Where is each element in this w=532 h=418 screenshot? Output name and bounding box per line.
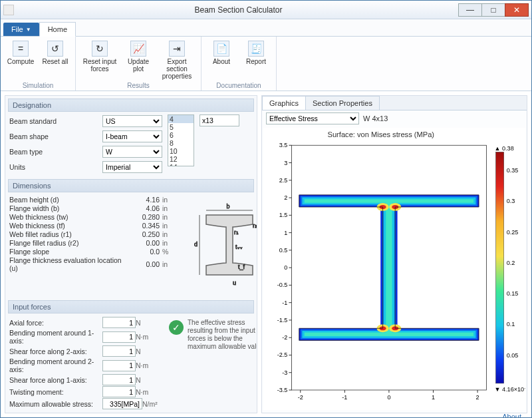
svg-text:-3: -3	[282, 369, 287, 376]
titlebar: Beam Section Calculator — □ ✕	[1, 1, 531, 19]
svg-text:-2.5: -2.5	[277, 351, 288, 358]
beam-type-select[interactable]: W	[102, 146, 162, 158]
max-stress-input[interactable]	[102, 398, 142, 409]
svg-text:-3.5: -3.5	[277, 387, 288, 393]
axial-force-input[interactable]	[102, 317, 136, 328]
reset-forces-icon: ↻	[92, 41, 108, 57]
check-ok-icon: ✓	[169, 320, 184, 335]
about-button[interactable]: 📄About	[205, 39, 237, 67]
svg-text:0: 0	[387, 394, 390, 401]
svg-text:1: 1	[432, 394, 435, 401]
svg-text:▲ 0.38: ▲ 0.38	[495, 145, 514, 152]
forces-head: Input forces	[8, 300, 254, 314]
beam-shape-select[interactable]: I-beam	[102, 130, 162, 142]
shear1-input[interactable]	[102, 374, 136, 385]
svg-text:2: 2	[284, 194, 287, 201]
svg-text:t_f: t_f	[238, 264, 245, 270]
designation-label: W 4x13	[363, 114, 388, 122]
chevron-down-icon: ▼	[26, 27, 31, 33]
plot-icon: 📈	[130, 41, 146, 57]
svg-text:▼ 4.16×10⁻³: ▼ 4.16×10⁻³	[495, 386, 525, 393]
window-title: Beam Section Calculator	[18, 5, 459, 15]
stress-plot: Surface: von Mises stress (MPa)-2-1012-3…	[263, 128, 525, 410]
svg-text:-2: -2	[298, 394, 303, 401]
shear2-input[interactable]	[102, 345, 136, 357]
svg-text:0.35: 0.35	[507, 167, 519, 174]
svg-rect-59	[496, 152, 504, 383]
maximize-button[interactable]: □	[481, 3, 505, 17]
svg-text:r₂: r₂	[253, 222, 257, 229]
svg-text:d: d	[194, 241, 198, 248]
svg-text:2.5: 2.5	[279, 177, 288, 184]
file-menu[interactable]: File▼	[3, 23, 39, 36]
size-listbox[interactable]: 4 5 6 8 10 12 14	[168, 114, 194, 166]
svg-text:Surface: von Mises stress (MPa: Surface: von Mises stress (MPa)	[328, 130, 435, 138]
report-icon: 🧾	[248, 41, 264, 57]
right-panel: Graphics Section Properties Effective St…	[261, 95, 527, 413]
tab-home[interactable]: Home	[39, 22, 76, 37]
svg-text:3: 3	[284, 160, 287, 166]
svg-text:0.15: 0.15	[507, 290, 519, 297]
report-button[interactable]: 🧾Report	[240, 39, 272, 67]
svg-text:tᵥᵥ: tᵥᵥ	[235, 244, 243, 250]
close-button[interactable]: ✕	[505, 3, 529, 17]
svg-text:0: 0	[284, 264, 287, 271]
reset-all-button[interactable]: ↺Reset all	[39, 39, 71, 67]
svg-text:2: 2	[476, 394, 479, 401]
twist-input[interactable]	[102, 386, 136, 397]
menubar: File▼ Home	[1, 19, 531, 37]
svg-text:-0.5: -0.5	[277, 282, 288, 288]
svg-text:r₁: r₁	[234, 229, 239, 236]
svg-text:0.1: 0.1	[507, 321, 515, 327]
tab-section-properties[interactable]: Section Properties	[305, 96, 380, 110]
tab-graphics[interactable]: Graphics	[262, 96, 306, 110]
plot-dropdown[interactable]: Effective Stress	[266, 112, 359, 124]
units-select[interactable]: Imperial	[102, 161, 162, 173]
update-plot-button[interactable]: 📈Update plot	[122, 39, 154, 81]
dimensions-head: Dimensions	[8, 179, 254, 192]
bending2-input[interactable]	[102, 360, 136, 371]
content-area: Designation Beam standardUS Beam shapeI-…	[1, 91, 531, 417]
svg-text:0.05: 0.05	[507, 352, 519, 359]
app-window: Beam Section Calculator — □ ✕ File▼ Home…	[0, 0, 532, 418]
compute-button[interactable]: =Compute	[5, 39, 37, 67]
svg-text:-2: -2	[282, 334, 287, 341]
svg-text:1: 1	[284, 230, 287, 236]
svg-text:0.3: 0.3	[507, 198, 515, 204]
svg-text:0.5: 0.5	[279, 247, 288, 254]
svg-text:u: u	[233, 280, 236, 286]
svg-text:0.2: 0.2	[507, 260, 515, 266]
svg-text:-1: -1	[342, 394, 347, 401]
reset-forces-button[interactable]: ↻Reset input forces	[80, 39, 120, 81]
about-link[interactable]: About	[502, 413, 521, 417]
svg-text:-1: -1	[282, 300, 287, 306]
reset-icon: ↺	[47, 41, 63, 57]
minimize-button[interactable]: —	[458, 3, 482, 17]
export-button[interactable]: ⇥Export section properties	[157, 39, 197, 81]
svg-text:3.5: 3.5	[279, 142, 288, 148]
beam-standard-select[interactable]: US	[102, 115, 162, 127]
svg-text:b: b	[226, 203, 229, 210]
designation-head: Designation	[8, 99, 254, 112]
svg-text:-1.5: -1.5	[277, 317, 288, 323]
plot-area: Surface: von Mises stress (MPa)-2-1012-3…	[263, 128, 525, 410]
compute-icon: =	[13, 41, 29, 57]
beam-diagram: b d r₁ r₂ tᵥᵥ t_f u	[186, 195, 257, 295]
ok-message: The effective stress resulting from the …	[188, 319, 257, 351]
ribbon: =Compute ↺Reset all Simulation ↻Reset in…	[1, 37, 531, 91]
about-icon: 📄	[213, 41, 229, 57]
svg-text:0.25: 0.25	[507, 229, 519, 236]
app-icon	[3, 5, 14, 15]
left-panel: Designation Beam standardUS Beam shapeI-…	[5, 95, 257, 413]
bending1-input[interactable]	[102, 331, 136, 343]
code-input[interactable]	[200, 114, 239, 126]
export-icon: ⇥	[169, 41, 185, 57]
svg-text:1.5: 1.5	[279, 212, 288, 218]
